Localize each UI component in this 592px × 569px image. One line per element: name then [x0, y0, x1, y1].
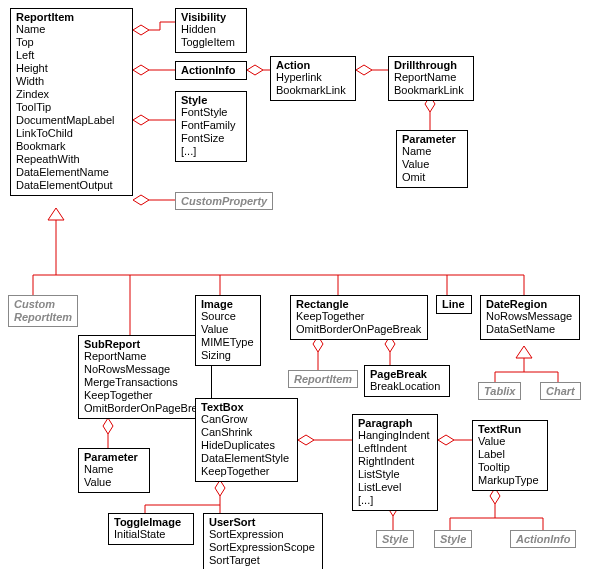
class-visibility: Visibility HiddenToggleItem — [175, 8, 247, 53]
ref-report-item: ReportItem — [288, 370, 358, 388]
svg-marker-0 — [133, 25, 149, 35]
class-attr: Name — [16, 23, 127, 36]
svg-marker-35 — [438, 435, 454, 445]
class-parameter-drillthrough: Parameter NameValueOmit — [396, 130, 468, 188]
class-user-sort: UserSort SortExpressionSortExpressionSco… — [203, 513, 323, 569]
class-drillthrough: Drillthrough ReportNameBookmarkLink — [388, 56, 474, 101]
class-attrs: KeepTogetherOmitBorderOnPageBreak — [291, 310, 427, 339]
class-attr: MergeTransactions — [84, 376, 206, 389]
class-report-item: ReportItem NameTopLeftHeightWidthZindexT… — [10, 8, 133, 196]
class-attr: SortExpression — [209, 528, 317, 541]
class-attrs: HiddenToggleItem — [176, 23, 246, 52]
class-title: ActionInfo — [176, 62, 246, 76]
svg-marker-17 — [103, 418, 113, 434]
class-attrs: NoRowsMessageDataSetName — [481, 310, 579, 339]
svg-marker-4 — [247, 65, 263, 75]
class-title: ToggleImage — [109, 514, 193, 528]
class-image: Image SourceValueMIMETypeSizing — [195, 295, 261, 366]
class-paragraph: Paragraph HangingIndentLeftIndentRightIn… — [352, 414, 438, 511]
class-attr: MIMEType — [201, 336, 255, 349]
class-attr: SortTarget — [209, 554, 317, 567]
ref-custom-report-item: Custom ReportItem — [8, 295, 78, 327]
ref-style-textrun: Style — [434, 530, 472, 548]
class-attrs: BreakLocation — [365, 380, 449, 396]
svg-marker-33 — [298, 435, 314, 445]
class-subreport: SubReport ReportNameNoRowsMessageMergeTr… — [78, 335, 212, 419]
class-attr: BreakLocation — [370, 380, 444, 393]
class-attr: Value — [402, 158, 462, 171]
class-attr: OmitBorderOnPageBreak — [84, 402, 206, 415]
class-title: UserSort — [204, 514, 322, 528]
class-parameter-subreport: Parameter NameValue — [78, 448, 150, 493]
class-attr: DocumentMapLabel — [16, 114, 127, 127]
class-attrs: CanGrowCanShrinkHideDuplicatesDataElemen… — [196, 413, 297, 481]
class-attr: DataElementStyle — [201, 452, 292, 465]
svg-marker-5 — [356, 65, 372, 75]
class-attr: Source — [201, 310, 255, 323]
class-attr: Omit — [402, 171, 462, 184]
class-attr: BookmarkLink — [394, 84, 468, 97]
class-attr: Top — [16, 36, 127, 49]
class-attr: KeepTogether — [201, 465, 292, 478]
class-attrs: ValueLabelTooltipMarkupType — [473, 435, 547, 490]
class-attr: [...] — [358, 494, 432, 507]
class-attr: DataElementName — [16, 166, 127, 179]
class-attr: BookmarkLink — [276, 84, 350, 97]
class-attr: InitialState — [114, 528, 188, 541]
ref-tablix: Tablix — [478, 382, 521, 400]
svg-marker-23 — [516, 346, 532, 358]
class-attr: Sizing — [201, 349, 255, 362]
class-title: Parameter — [79, 449, 149, 463]
class-title: PageBreak — [365, 366, 449, 380]
class-attr: RightIndent — [358, 455, 432, 468]
class-attr: Zindex — [16, 88, 127, 101]
class-attr: Height — [16, 62, 127, 75]
class-title: Paragraph — [353, 415, 437, 429]
class-attr: CanGrow — [201, 413, 292, 426]
class-attr: [...] — [181, 145, 241, 158]
class-title: Action — [271, 57, 355, 71]
class-attr: SortExpressionScope — [209, 541, 317, 554]
class-style: Style FontStyleFontFamilyFontSize[...] — [175, 91, 247, 162]
class-attrs: SourceValueMIMETypeSizing — [196, 310, 260, 365]
class-attr: Width — [16, 75, 127, 88]
class-title: DateRegion — [481, 296, 579, 310]
class-date-region: DateRegion NoRowsMessageDataSetName — [480, 295, 580, 340]
class-attrs: NameValueOmit — [397, 145, 467, 187]
class-attr: MarkupType — [478, 474, 542, 487]
class-title: Rectangle — [291, 296, 427, 310]
class-action: Action HyperlinkBookmarkLink — [270, 56, 356, 101]
class-attr: Name — [402, 145, 462, 158]
class-attr: DataElementOutput — [16, 179, 127, 192]
class-attr: OmitBorderOnPageBreak — [296, 323, 422, 336]
class-textbox: TextBox CanGrowCanShrinkHideDuplicatesDa… — [195, 398, 298, 482]
class-line: Line — [436, 295, 472, 314]
class-title: Image — [196, 296, 260, 310]
class-title: ReportItem — [11, 9, 132, 23]
class-toggle-image: ToggleImage InitialState — [108, 513, 194, 545]
class-attr: ReportName — [394, 71, 468, 84]
class-attr: Label — [478, 448, 542, 461]
class-attr: DataSetName — [486, 323, 574, 336]
class-title: Line — [437, 296, 471, 310]
svg-marker-1 — [133, 65, 149, 75]
class-attr: Value — [201, 323, 255, 336]
class-attr: Left — [16, 49, 127, 62]
class-action-info: ActionInfo — [175, 61, 247, 80]
class-attr: ToolTip — [16, 101, 127, 114]
class-attrs: HyperlinkBookmarkLink — [271, 71, 355, 100]
ref-chart: Chart — [540, 382, 581, 400]
class-attr: HangingIndent — [358, 429, 432, 442]
class-attr: LeftIndent — [358, 442, 432, 455]
class-attr: KeepTogether — [296, 310, 422, 323]
svg-marker-2 — [133, 115, 149, 125]
class-attrs: FontStyleFontFamilyFontSize[...] — [176, 106, 246, 161]
class-attr: LinkToChild — [16, 127, 127, 140]
class-attrs: ReportNameNoRowsMessageMergeTransactions… — [79, 350, 211, 418]
class-attrs: HangingIndentLeftIndentRightIndentListSt… — [353, 429, 437, 510]
class-attrs: NameTopLeftHeightWidthZindexToolTipDocum… — [11, 23, 132, 195]
class-attr: ReportName — [84, 350, 206, 363]
class-attr: KeepTogether — [84, 389, 206, 402]
class-attrs: ReportNameBookmarkLink — [389, 71, 473, 100]
class-title: TextBox — [196, 399, 297, 413]
